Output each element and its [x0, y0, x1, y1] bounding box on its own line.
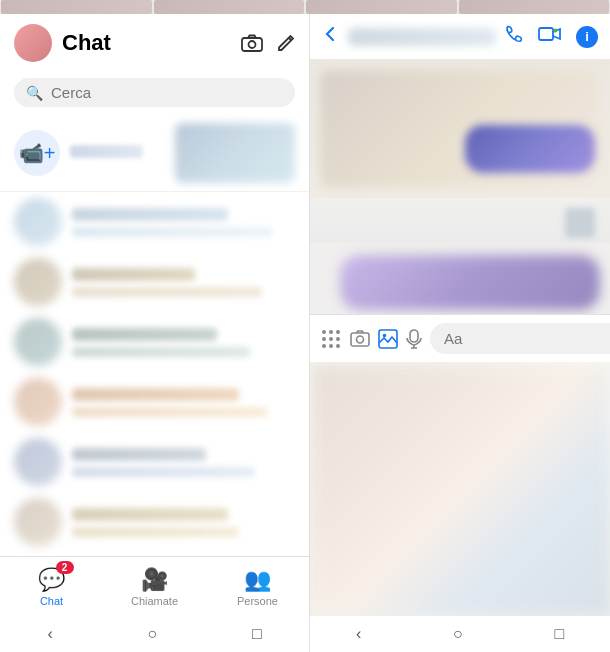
- microphone-icon[interactable]: [406, 329, 422, 349]
- list-item[interactable]: [0, 372, 309, 432]
- input-bar: [310, 314, 610, 362]
- svg-point-3: [554, 29, 558, 33]
- top-thumb-2: [154, 0, 305, 14]
- message-area-middle: [310, 198, 610, 243]
- right-header-icons: i: [504, 24, 598, 49]
- message-area-top: [310, 60, 610, 198]
- message-input[interactable]: [444, 330, 610, 347]
- calls-nav-icon: 🎥: [141, 567, 168, 593]
- svg-rect-4: [351, 333, 369, 346]
- create-video-area: 📹+: [0, 115, 309, 192]
- chat-text-5: [72, 448, 295, 477]
- chat-name-6: [72, 508, 228, 521]
- chat-avatar-2: [14, 258, 62, 306]
- chat-text-3: [72, 328, 295, 357]
- chat-text-1: [72, 208, 295, 237]
- android-nav-left: ‹ ○ □: [0, 616, 309, 652]
- contact-name-blur: [348, 28, 496, 46]
- top-thumb-1: [1, 0, 152, 14]
- right-panel: i: [310, 14, 610, 652]
- android-home-left[interactable]: ○: [127, 621, 177, 647]
- bottom-nav: 2 💬 Chat 🎥 Chiamate 👥 Persone: [0, 556, 309, 616]
- chat-name-1: [72, 208, 228, 221]
- android-nav-right: ‹ ○ □: [310, 616, 610, 652]
- user-avatar[interactable]: [14, 24, 52, 62]
- svg-rect-0: [242, 38, 262, 51]
- small-thumb: [565, 208, 595, 238]
- info-icon[interactable]: i: [576, 26, 598, 48]
- message-input-wrap[interactable]: [430, 323, 610, 354]
- more-options-icon[interactable]: [320, 328, 342, 350]
- android-back-right[interactable]: ‹: [336, 621, 381, 647]
- search-input[interactable]: [51, 84, 283, 101]
- people-nav-label: Persone: [237, 595, 278, 607]
- chat-preview-6: [72, 527, 239, 537]
- android-recents-right[interactable]: □: [534, 621, 584, 647]
- video-call-icon[interactable]: [538, 25, 562, 48]
- dots-grid: [320, 328, 342, 350]
- chat-list: [0, 192, 309, 556]
- svg-point-5: [357, 336, 364, 343]
- nav-item-calls[interactable]: 🎥 Chiamate: [103, 557, 206, 616]
- nav-item-people[interactable]: 👥 Persone: [206, 557, 309, 616]
- android-home-right[interactable]: ○: [433, 621, 483, 647]
- message-area-purple: [310, 243, 610, 314]
- top-thumb-3: [306, 0, 457, 14]
- edit-icon[interactable]: [277, 34, 295, 52]
- list-item[interactable]: [0, 192, 309, 252]
- header-icons: [241, 34, 295, 52]
- video-thumb-right: [175, 123, 295, 183]
- chat-avatar-3: [14, 318, 62, 366]
- phone-icon[interactable]: [504, 24, 524, 49]
- list-item[interactable]: [0, 252, 309, 312]
- search-icon: 🔍: [26, 85, 43, 101]
- svg-rect-2: [539, 28, 553, 40]
- lower-blur: [310, 362, 610, 616]
- back-button[interactable]: [322, 25, 340, 48]
- chat-name-4: [72, 388, 239, 401]
- chat-text-2: [72, 268, 295, 297]
- android-back-left[interactable]: ‹: [27, 621, 72, 647]
- top-thumb-4: [459, 0, 610, 14]
- android-recents-left[interactable]: □: [232, 621, 282, 647]
- create-video-button[interactable]: 📹+: [14, 130, 60, 176]
- chat-messages: [310, 60, 610, 314]
- chat-preview-4: [72, 407, 268, 417]
- search-input-wrap[interactable]: 🔍: [14, 78, 295, 107]
- chat-preview-1: [72, 227, 273, 237]
- chat-text-4: [72, 388, 295, 417]
- svg-point-7: [383, 333, 387, 337]
- svg-point-1: [249, 41, 256, 48]
- chat-preview-3: [72, 347, 250, 357]
- lower-chat-area: [310, 362, 610, 616]
- create-video-icon: 📹+: [19, 141, 56, 165]
- chat-badge: 2: [56, 561, 74, 574]
- chat-nav-label: Chat: [40, 595, 63, 607]
- calls-nav-label: Chiamate: [131, 595, 178, 607]
- chat-avatar-6: [14, 498, 62, 546]
- camera-input-icon[interactable]: [350, 330, 370, 347]
- chat-name-5: [72, 448, 206, 461]
- chat-avatar-1: [14, 198, 62, 246]
- left-panel: Chat 🔍: [0, 14, 310, 652]
- list-item[interactable]: [0, 312, 309, 372]
- left-header: Chat: [0, 14, 309, 72]
- chat-text-6: [72, 508, 295, 537]
- nav-item-chat[interactable]: 2 💬 Chat: [0, 557, 103, 616]
- svg-rect-8: [410, 330, 418, 342]
- right-header: i: [310, 14, 610, 60]
- page-title: Chat: [62, 30, 241, 56]
- chat-avatar-4: [14, 378, 62, 426]
- people-nav-icon: 👥: [244, 567, 271, 593]
- chat-avatar-5: [14, 438, 62, 486]
- message-bubble-1: [465, 125, 595, 173]
- search-bar: 🔍: [0, 72, 309, 115]
- camera-icon[interactable]: [241, 34, 263, 52]
- message-bubble-2: [340, 255, 600, 310]
- gallery-icon[interactable]: [378, 329, 398, 349]
- top-strip: [0, 0, 610, 14]
- list-item[interactable]: [0, 492, 309, 552]
- chat-name-2: [72, 268, 195, 281]
- list-item[interactable]: [0, 432, 309, 492]
- chat-preview-5: [72, 467, 255, 477]
